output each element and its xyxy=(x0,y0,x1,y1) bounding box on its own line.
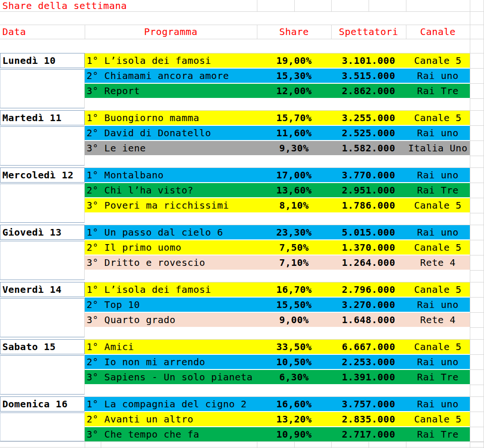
channel-name-cell[interactable]: Canale 5 xyxy=(406,240,470,255)
date-cell[interactable]: Mercoledì 12 xyxy=(0,167,85,183)
channel-name-cell[interactable]: Rai Tre xyxy=(406,84,470,98)
share-value-cell[interactable]: 9,00% xyxy=(257,313,331,327)
share-value-cell[interactable]: 13,60% xyxy=(257,183,331,197)
channel-name-cell[interactable]: Rai uno xyxy=(406,126,470,140)
channel-name-cell[interactable]: Canale 5 xyxy=(406,412,470,426)
program-name-cell[interactable]: 3° Le iene xyxy=(87,141,146,155)
empty-date-cell[interactable] xyxy=(0,355,85,395)
share-value-cell[interactable]: 11,60% xyxy=(257,126,331,140)
header-spettatori[interactable]: Spettatori xyxy=(331,25,406,39)
program-name-cell[interactable]: 2° Chiamami ancora amore xyxy=(87,69,229,83)
viewers-value-cell[interactable]: 1.264.000 xyxy=(331,255,406,270)
date-cell[interactable]: Sabato 15 xyxy=(0,339,85,354)
program-name-cell[interactable]: 1° Amici xyxy=(87,340,134,354)
channel-name-cell[interactable]: Rai uno xyxy=(406,298,470,312)
empty-date-cell[interactable] xyxy=(0,69,85,108)
channel-name-cell[interactable]: Rai uno xyxy=(406,69,470,83)
share-value-cell[interactable]: 23,30% xyxy=(257,225,331,239)
viewers-value-cell[interactable]: 2.796.000 xyxy=(331,282,406,297)
empty-date-cell[interactable] xyxy=(0,298,85,337)
channel-name-cell[interactable]: Rai uno xyxy=(406,168,470,182)
channel-name-cell[interactable]: Rai uno xyxy=(406,355,470,369)
share-value-cell[interactable]: 9,30% xyxy=(257,141,331,155)
channel-name-cell[interactable]: Canale 5 xyxy=(406,53,470,68)
share-value-cell[interactable]: 7,50% xyxy=(257,240,331,255)
viewers-value-cell[interactable]: 2.951.000 xyxy=(331,183,406,197)
date-cell[interactable]: Domenica 16 xyxy=(0,396,85,412)
program-name-cell[interactable]: 1° L’isola dei famosi xyxy=(87,53,211,68)
program-name-cell[interactable]: 3° Che tempo che fa xyxy=(87,427,199,441)
program-name-cell[interactable]: 2° Io non mi arrendo xyxy=(87,355,205,369)
share-value-cell[interactable]: 16,70% xyxy=(257,282,331,297)
channel-name-cell[interactable]: Rete 4 xyxy=(406,255,470,270)
program-name-cell[interactable]: 3° Sapiens - Un solo pianeta xyxy=(87,370,253,384)
program-name-cell[interactable]: 2° Chi l’ha visto? xyxy=(87,183,194,197)
share-value-cell[interactable]: 12,00% xyxy=(257,84,331,98)
channel-name-cell[interactable]: Canale 5 xyxy=(406,111,470,125)
share-value-cell[interactable]: 6,30% xyxy=(257,370,331,384)
viewers-value-cell[interactable]: 2.253.000 xyxy=(331,355,406,369)
program-name-cell[interactable]: 3° Dritto e rovescio xyxy=(87,255,205,270)
date-cell[interactable]: Giovedì 13 xyxy=(0,225,85,240)
viewers-value-cell[interactable]: 2.525.000 xyxy=(331,126,406,140)
share-value-cell[interactable]: 15,70% xyxy=(257,111,331,125)
date-cell[interactable]: Venerdì 14 xyxy=(0,282,85,297)
share-value-cell[interactable]: 7,10% xyxy=(257,255,331,270)
viewers-value-cell[interactable]: 1.391.000 xyxy=(331,370,406,384)
share-value-cell[interactable]: 15,30% xyxy=(257,69,331,83)
date-cell[interactable]: Lunedì 10 xyxy=(0,53,85,68)
viewers-value-cell[interactable]: 3.255.000 xyxy=(331,111,406,125)
channel-name-cell[interactable]: Canale 5 xyxy=(406,198,470,212)
channel-name-cell[interactable]: Canale 5 xyxy=(406,282,470,297)
viewers-value-cell[interactable]: 3.101.000 xyxy=(331,53,406,68)
viewers-value-cell[interactable]: 1.582.000 xyxy=(331,141,406,155)
viewers-value-cell[interactable]: 3.757.000 xyxy=(331,397,406,411)
viewers-value-cell[interactable]: 1.370.000 xyxy=(331,240,406,255)
viewers-value-cell[interactable]: 5.015.000 xyxy=(331,225,406,239)
program-name-cell[interactable]: 2° Il primo uomo xyxy=(87,240,182,255)
share-value-cell[interactable]: 15,50% xyxy=(257,298,331,312)
channel-name-cell[interactable]: Rai Tre xyxy=(406,427,470,441)
share-value-cell[interactable]: 10,90% xyxy=(257,427,331,441)
share-value-cell[interactable]: 33,50% xyxy=(257,340,331,354)
empty-date-cell[interactable] xyxy=(0,126,85,166)
viewers-value-cell[interactable]: 3.270.000 xyxy=(331,298,406,312)
channel-name-cell[interactable]: Canale 5 xyxy=(406,340,470,354)
viewers-value-cell[interactable]: 3.770.000 xyxy=(331,168,406,182)
viewers-value-cell[interactable]: 6.667.000 xyxy=(331,340,406,354)
share-value-cell[interactable]: 8,10% xyxy=(257,198,331,212)
program-name-cell[interactable]: 1° La compagnia del cigno 2 xyxy=(87,397,247,411)
channel-name-cell[interactable]: Rai uno xyxy=(406,225,470,239)
program-name-cell[interactable]: 1° Montalbano xyxy=(87,168,164,182)
share-value-cell[interactable]: 13,20% xyxy=(257,412,331,426)
channel-name-cell[interactable]: Italia Uno xyxy=(406,141,470,155)
empty-date-cell[interactable] xyxy=(0,413,85,441)
date-cell[interactable]: Martedì 11 xyxy=(0,110,85,125)
program-name-cell[interactable]: 2° David di Donatello xyxy=(87,126,211,140)
share-value-cell[interactable]: 10,50% xyxy=(257,355,331,369)
share-value-cell[interactable]: 17,00% xyxy=(257,168,331,182)
channel-name-cell[interactable]: Rete 4 xyxy=(406,313,470,327)
program-name-cell[interactable]: 3° Report xyxy=(87,84,140,98)
viewers-value-cell[interactable]: 2.717.000 xyxy=(331,427,406,441)
channel-name-cell[interactable]: Rai Tre xyxy=(406,183,470,197)
viewers-value-cell[interactable]: 1.648.000 xyxy=(331,313,406,327)
empty-date-cell[interactable] xyxy=(0,184,85,223)
viewers-value-cell[interactable]: 2.862.000 xyxy=(331,84,406,98)
channel-name-cell[interactable]: Rai uno xyxy=(406,397,470,411)
program-name-cell[interactable]: 1° L’isola dei famosi xyxy=(87,282,211,297)
viewers-value-cell[interactable]: 3.515.000 xyxy=(331,69,406,83)
header-programma[interactable]: Programma xyxy=(85,25,257,39)
share-value-cell[interactable]: 19,00% xyxy=(257,53,331,68)
viewers-value-cell[interactable]: 2.835.000 xyxy=(331,412,406,426)
program-name-cell[interactable]: 1° Buongiorno mamma xyxy=(87,111,199,125)
viewers-value-cell[interactable]: 1.786.000 xyxy=(331,198,406,212)
program-name-cell[interactable]: 2° Top 10 xyxy=(87,298,140,312)
empty-date-cell[interactable] xyxy=(0,241,85,280)
share-value-cell[interactable]: 16,60% xyxy=(257,397,331,411)
sheet-title[interactable]: Share della settimana xyxy=(2,0,127,11)
channel-name-cell[interactable]: Rai Tre xyxy=(406,370,470,384)
program-name-cell[interactable]: 1° Un passo dal cielo 6 xyxy=(87,225,223,239)
program-name-cell[interactable]: 3° Poveri ma ricchissimi xyxy=(87,198,229,212)
header-canale[interactable]: Canale xyxy=(406,25,470,39)
